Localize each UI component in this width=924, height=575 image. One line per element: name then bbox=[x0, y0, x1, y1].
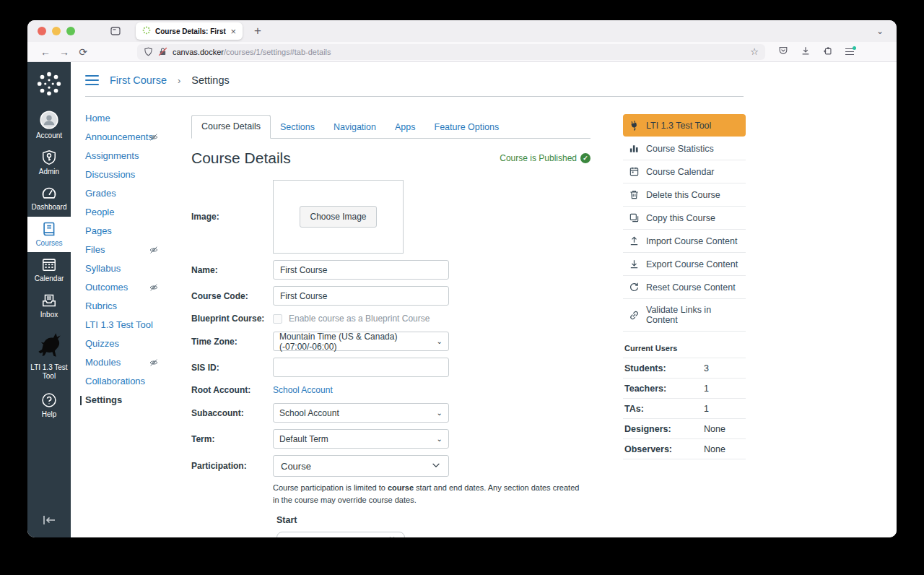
forward-button[interactable]: → bbox=[55, 46, 74, 58]
firefox-view-icon[interactable] bbox=[110, 25, 121, 37]
collapse-nav-icon[interactable] bbox=[41, 514, 57, 529]
subaccount-select[interactable]: School Account ⌄ bbox=[273, 403, 449, 423]
global-nav-dashboard[interactable]: Dashboard bbox=[27, 181, 71, 217]
extensions-icon[interactable] bbox=[823, 46, 833, 59]
lti-test-tool-button[interactable]: LTI 1.3 Test Tool bbox=[623, 114, 746, 137]
validate-links-button[interactable]: Validate Links in Content bbox=[623, 299, 746, 332]
course-nav-outcomes[interactable]: Outcomes bbox=[85, 283, 191, 293]
app-menu-icon[interactable] bbox=[845, 48, 854, 56]
course-nav-collaborations[interactable]: Collaborations bbox=[85, 377, 191, 386]
breadcrumb-current: Settings bbox=[191, 74, 229, 86]
published-check-icon: ✓ bbox=[580, 153, 590, 163]
blueprint-checkbox[interactable] bbox=[273, 314, 282, 324]
course-nav-modules[interactable]: Modules bbox=[85, 358, 191, 368]
global-nav-account[interactable]: Account bbox=[27, 106, 71, 145]
global-nav-inbox[interactable]: Inbox bbox=[27, 288, 71, 324]
delete-course-button[interactable]: Delete this Course bbox=[623, 183, 746, 207]
name-label: Name: bbox=[191, 265, 273, 275]
image-label: Image: bbox=[191, 212, 273, 222]
pocket-icon[interactable] bbox=[778, 46, 788, 59]
close-window-button[interactable] bbox=[38, 27, 46, 35]
chevron-down-icon: ⌄ bbox=[437, 337, 443, 345]
course-nav-discussions[interactable]: Discussions bbox=[85, 170, 191, 180]
published-status: Course is Published ✓ bbox=[500, 153, 590, 163]
choose-image-button[interactable]: Choose Image bbox=[300, 206, 376, 228]
course-nav-rubrics[interactable]: Rubrics bbox=[85, 302, 191, 311]
course-nav-pages[interactable]: Pages bbox=[85, 227, 191, 236]
course-nav-lti-test-tool[interactable]: LTI 1.3 Test Tool bbox=[85, 321, 191, 330]
import-course-content-button[interactable]: Import Course Content bbox=[623, 230, 746, 253]
sis-id-label: SIS ID: bbox=[191, 363, 273, 373]
course-image-box: Choose Image bbox=[273, 180, 404, 254]
course-nav-grades[interactable]: Grades bbox=[85, 189, 191, 199]
global-nav-calendar[interactable]: Calendar bbox=[27, 252, 71, 288]
tab-close-icon[interactable]: × bbox=[230, 26, 236, 37]
breadcrumb: First Course › Settings bbox=[71, 62, 897, 95]
participation-select[interactable]: Course bbox=[273, 455, 449, 477]
tab-apps[interactable]: Apps bbox=[385, 116, 425, 139]
course-nav-syllabus[interactable]: Syllabus bbox=[85, 264, 191, 274]
global-nav-courses[interactable]: Courses bbox=[27, 217, 71, 253]
course-calendar-button[interactable]: Course Calendar bbox=[623, 160, 746, 183]
new-tab-button[interactable]: + bbox=[254, 24, 261, 38]
insecure-lock-icon[interactable] bbox=[158, 47, 167, 56]
course-menu-hamburger-icon[interactable] bbox=[85, 75, 99, 86]
reset-course-content-button[interactable]: Reset Course Content bbox=[623, 276, 746, 299]
participation-label: Participation: bbox=[191, 455, 273, 471]
course-statistics-button[interactable]: Course Statistics bbox=[623, 137, 746, 160]
global-nav-lti-tool[interactable]: LTI 1.3 Test Tool bbox=[27, 324, 71, 385]
term-field-row: Term: Default Term ⌄ bbox=[191, 429, 590, 449]
tab-course-details[interactable]: Course Details bbox=[191, 115, 271, 139]
browser-window: Course Details: First Course × + ⌄ ← → ⟳ bbox=[27, 20, 897, 537]
export-course-content-button[interactable]: Export Course Content bbox=[623, 253, 746, 276]
url-host: canvas.docker bbox=[173, 48, 224, 56]
chevron-down-icon: ⌄ bbox=[437, 435, 443, 443]
root-account-field-row: Root Account: School Account bbox=[191, 384, 590, 397]
time-zone-select[interactable]: Mountain Time (US & Canada) (-07:00/-06:… bbox=[273, 332, 449, 351]
tab-favicon-icon bbox=[142, 26, 151, 36]
downloads-icon[interactable] bbox=[801, 46, 811, 59]
calendar-icon[interactable] bbox=[387, 536, 397, 538]
course-nav-home[interactable]: Home bbox=[85, 114, 191, 124]
blueprint-label: Blueprint Course: bbox=[191, 314, 273, 324]
hidden-eye-icon bbox=[149, 283, 158, 294]
term-select[interactable]: Default Term ⌄ bbox=[273, 429, 449, 449]
tab-feature-options[interactable]: Feature Options bbox=[425, 116, 509, 139]
back-button[interactable]: ← bbox=[36, 46, 55, 58]
copy-course-button[interactable]: Copy this Course bbox=[623, 207, 746, 230]
canvas-logo-icon[interactable] bbox=[35, 70, 63, 100]
tab-sections[interactable]: Sections bbox=[271, 116, 324, 139]
time-zone-field-row: Time Zone: Mountain Time (US & Canada) (… bbox=[191, 332, 590, 351]
tab-navigation[interactable]: Navigation bbox=[324, 116, 385, 139]
name-input[interactable]: First Course bbox=[273, 260, 449, 280]
course-nav-people[interactable]: People bbox=[85, 208, 191, 217]
course-code-input[interactable]: First Course bbox=[273, 286, 449, 306]
course-details-panel: Course Details Sections Navigation Apps … bbox=[191, 114, 590, 537]
start-date-input[interactable]: Nov 1, 2023 12:00am bbox=[276, 532, 405, 537]
tab-list-chevron-icon[interactable]: ⌄ bbox=[876, 26, 884, 36]
browser-tab[interactable]: Course Details: First Course × bbox=[136, 22, 243, 40]
hidden-eye-icon bbox=[149, 246, 158, 256]
root-account-link[interactable]: School Account bbox=[273, 385, 333, 395]
global-nav-admin[interactable]: Admin bbox=[27, 145, 71, 181]
course-nav-quizzes[interactable]: Quizzes bbox=[85, 340, 191, 349]
browser-tab-bar: Course Details: First Course × + ⌄ bbox=[27, 20, 897, 42]
global-nav-help[interactable]: Help bbox=[27, 388, 71, 424]
participation-note: Course participation is limited to cours… bbox=[273, 482, 582, 506]
menu-notification-dot bbox=[853, 46, 856, 50]
page-title: Course Details bbox=[191, 150, 291, 167]
reload-button[interactable]: ⟳ bbox=[74, 46, 92, 58]
course-nav-announcements[interactable]: Announcements bbox=[85, 133, 191, 142]
breadcrumb-course-link[interactable]: First Course bbox=[110, 74, 167, 86]
bookmark-star-icon[interactable]: ☆ bbox=[750, 46, 759, 57]
tracking-shield-icon[interactable] bbox=[144, 47, 153, 56]
url-bar[interactable]: canvas.docker/courses/1/settings#tab-det… bbox=[137, 44, 765, 60]
zoom-window-button[interactable] bbox=[66, 27, 75, 35]
course-nav-files[interactable]: Files bbox=[85, 246, 191, 255]
minimize-window-button[interactable] bbox=[52, 27, 61, 35]
course-nav-settings[interactable]: Settings bbox=[80, 396, 191, 405]
chevron-down-icon bbox=[431, 460, 441, 472]
sis-id-input[interactable] bbox=[273, 358, 449, 377]
course-nav-assignments[interactable]: Assignments bbox=[85, 152, 191, 161]
course-actions-sidebar: LTI 1.3 Test Tool Course Statistics Cour… bbox=[623, 114, 746, 537]
